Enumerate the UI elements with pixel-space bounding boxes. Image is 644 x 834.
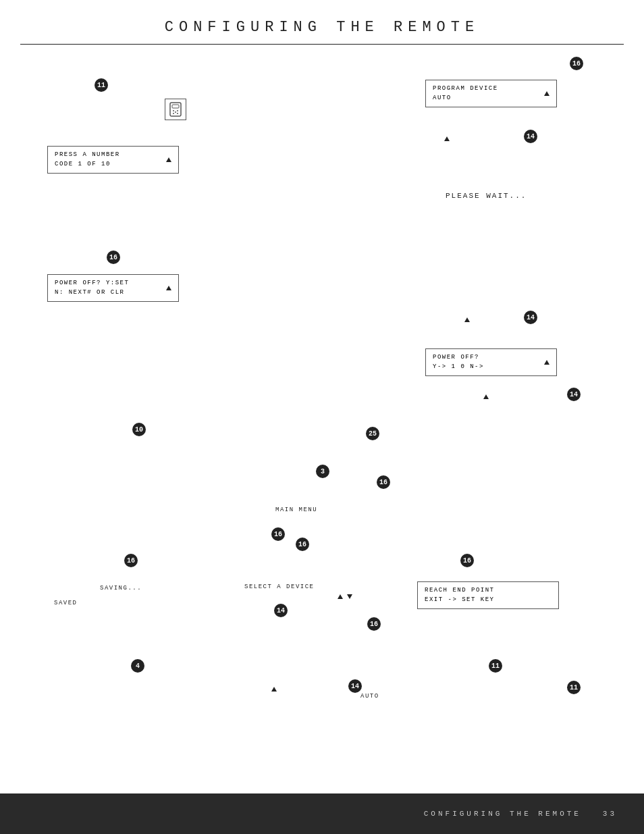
circled-14b: 14 [524,311,537,324]
lcd-box2-arrow [166,286,171,290]
circled-16c: 16 [460,554,474,567]
triangle-lower-left [271,683,277,695]
footer-text: CONFIGURING THE REMOTE 33 [424,810,617,818]
svg-point-2 [173,110,174,111]
lcd-box-press-number: PRESS A NUMBER CODE 1 OF 10 [47,146,179,174]
lcd-box2-line2: N: NEXT# OR CLR [55,288,129,297]
lcd-box1-line2: CODE 1 OF 10 [55,159,120,169]
circled-3: 3 [316,465,329,478]
svg-point-6 [175,111,176,113]
circled-16g: 16 [124,554,138,567]
lcd-box-program-device: PROGRAM DEVICE AUTO [425,80,557,107]
circled-25: 25 [366,427,379,440]
svg-rect-1 [172,105,179,108]
select-device-label: SELECT A DEVICE [244,583,315,590]
circled-11c: 11 [567,681,581,694]
lcd-box-reach-end: REACH END POINT EXIT -> SET KEY [417,581,559,609]
lcd-box5-line2: EXIT -> SET KEY [425,595,495,604]
circled-16e: 16 [271,527,285,541]
circled-4: 4 [131,659,144,673]
lcd-box4-line1: POWER OFF? [433,353,484,362]
saving-label: SAVING... [100,585,142,592]
lcd-box3-arrow [544,91,549,96]
lcd-box2-line1: POWER OFF? Y:SET [55,278,129,288]
lcd-box3-line1: PROGRAM DEVICE [433,84,498,93]
circled-16a: 16 [107,251,120,264]
lcd-box1-line1: PRESS A NUMBER [55,150,120,159]
lcd-box5-line1: REACH END POINT [425,585,495,595]
main-menu-label: MAIN MENU [275,506,317,513]
remote-icon [165,99,186,120]
circled-11b: 11 [489,659,502,673]
triangle-select [338,590,343,602]
footer-bar: CONFIGURING THE REMOTE 33 [0,793,644,834]
saved-label: SAVED [54,600,78,606]
content-area: 11 PRESS A NUMBER CODE 1 OF 10 16 POWER … [0,45,644,757]
circled-14c: 14 [567,388,581,401]
circled-16d: 16 [377,475,390,489]
svg-point-5 [177,113,178,114]
triangle-right-1 [444,132,450,145]
circled-16h: 16 [367,617,381,631]
page-title: CONFIGURING THE REMOTE [0,0,644,44]
circled-10: 10 [132,423,146,436]
svg-point-3 [177,110,178,111]
lcd-box-power-off-right: POWER OFF? Y-> 1 0 N-> [425,348,557,376]
circled-14d: 14 [274,604,288,617]
lcd-box-power-off-left: POWER OFF? Y:SET N: NEXT# OR CLR [47,274,179,302]
lcd-box4-line2: Y-> 1 0 N-> [433,362,484,371]
auto-label: AUTO [360,693,379,700]
svg-point-4 [173,113,174,114]
triangle-right-3 [483,390,489,402]
circled-11a: 11 [95,78,108,92]
circled-16b: 16 [570,57,583,70]
triangle-select2 [347,590,352,602]
lcd-box1-arrow [166,157,171,162]
lcd-box4-arrow [544,360,549,365]
circled-14a: 14 [524,130,537,143]
circled-16f: 16 [296,538,309,551]
lcd-box3-line2: AUTO [433,93,498,103]
please-wait-label: PLEASE WAIT... [446,192,527,200]
circled-14e: 14 [348,679,362,693]
triangle-right-2 [464,313,470,325]
